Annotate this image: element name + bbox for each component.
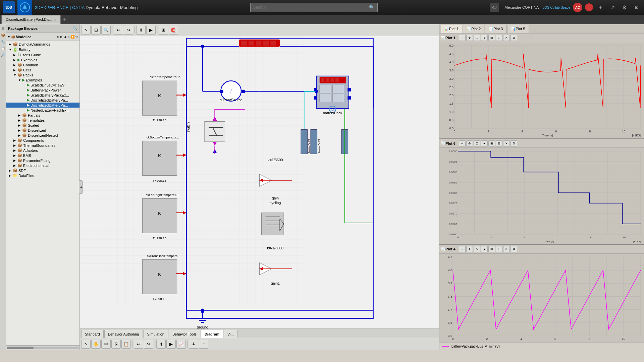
redo-btn[interactable]: ↪ xyxy=(144,340,153,349)
plot1-zoom-btn[interactable]: ↔ xyxy=(459,35,466,41)
tree-item-batterypackpower[interactable]: ▶ BatteryPackPower xyxy=(6,87,79,93)
active-tab[interactable]: DiscretizedBatteryPackDis... ✕ xyxy=(1,15,61,24)
tree-item-datafiles[interactable]: ▶ 📁 DataFiles xyxy=(6,173,79,178)
redo-tool[interactable]: ↪ xyxy=(124,26,133,35)
tree-item-scaledbattery[interactable]: ▶ ScaledBatteryPackEx... xyxy=(6,93,79,98)
tab-behavior-tools[interactable]: Behavior Tools xyxy=(169,330,200,338)
plot-tab-1[interactable]: 📊 Plot 1 xyxy=(441,25,462,33)
pointer-tool[interactable]: ↖ xyxy=(81,26,91,35)
plot6-fit-btn[interactable]: ⊞ xyxy=(488,140,495,146)
plot6-grid-btn[interactable]: ⊟ xyxy=(496,140,502,146)
zoom-fit-tool[interactable]: ⊞ xyxy=(91,26,101,35)
pan-tool[interactable]: ✋ xyxy=(91,340,101,349)
vert-tool-1[interactable]: ⊞ xyxy=(0,25,6,31)
add-btn[interactable]: + xyxy=(596,3,605,12)
search-tree-icon[interactable]: 🔍 xyxy=(73,26,77,31)
plot-tab-2[interactable]: 📊 Plot 2 xyxy=(463,25,484,33)
plot4-grid-btn[interactable]: ⊟ xyxy=(496,246,502,252)
nav-up[interactable]: ▲ xyxy=(64,35,67,39)
nav-forward[interactable]: ► xyxy=(60,35,63,39)
plot-tab-5[interactable]: 📊 Plot 5 xyxy=(507,25,529,33)
var-tool[interactable]: ∂ xyxy=(199,340,208,349)
plot4-zoom-btn[interactable]: ↔ xyxy=(459,246,466,252)
plot4-settings-btn[interactable]: ⚙ xyxy=(511,246,517,252)
plot4-back-btn[interactable]: ◄ xyxy=(481,246,488,252)
zoom-in-tool[interactable]: 🔍 xyxy=(101,26,111,35)
plot6-clear-btn[interactable]: ✕ xyxy=(503,140,510,146)
tree-item-partials[interactable]: ▶ 📦 Partials xyxy=(6,113,79,118)
app-logo[interactable]: 3DS xyxy=(3,1,15,13)
share-icon[interactable]: ↗ xyxy=(608,3,617,12)
plot1-settings-btn[interactable]: ⚙ xyxy=(511,35,517,41)
text-tool[interactable]: A xyxy=(189,340,198,349)
plot1-clear-btn[interactable]: ✕ xyxy=(503,35,510,41)
expand-icon[interactable]: ▼ xyxy=(7,35,10,39)
plot-tab-3[interactable]: 📊 Plot 3 xyxy=(485,25,506,33)
tree-item-discretizednested[interactable]: ▶ 📦 DiscretizedNested xyxy=(6,133,79,138)
tab-standard[interactable]: Standard xyxy=(81,330,104,338)
undo-btn[interactable]: ↩ xyxy=(134,340,143,349)
filter-icon[interactable]: 🔽 xyxy=(70,35,74,39)
tab-simulation[interactable]: Simulation xyxy=(144,330,168,338)
copy-tool[interactable]: ⎘ xyxy=(111,340,121,349)
tree-item-bms[interactable]: ▶ 📦 BMS xyxy=(6,153,79,158)
plot1-grid-btn[interactable]: ⊟ xyxy=(496,35,502,41)
tree-item-templates[interactable]: ▶ 📦 Templates xyxy=(6,118,79,123)
vert-tool-5[interactable]: 🔎 xyxy=(0,52,6,58)
tree-item-cells[interactable]: ▶ 📦 Cells xyxy=(6,67,79,72)
tree-item-discretized1[interactable]: ▶ DiscretizedBatteryPa... xyxy=(6,98,79,103)
tab-vi[interactable]: Vi... xyxy=(224,330,237,338)
nav-back[interactable]: ◄ xyxy=(56,35,59,39)
simulate-tool[interactable]: ▶ xyxy=(146,26,156,35)
grid-tool[interactable]: ⊞ xyxy=(159,26,168,35)
user-avatar[interactable]: AC xyxy=(573,3,582,12)
tree-item-usersguide[interactable]: ▶ ℹ User's Guide xyxy=(6,52,79,57)
settings-icon[interactable]: ⚙ xyxy=(620,3,629,12)
plot1-cursor-btn[interactable]: ✛ xyxy=(466,35,473,41)
vert-tool-3[interactable]: 🔧 xyxy=(0,39,6,44)
plot4-clear-btn[interactable]: ✕ xyxy=(503,246,510,252)
tree-item-common[interactable]: ▶ 📦 Common xyxy=(6,62,79,67)
snap-tool[interactable]: 🧲 xyxy=(169,26,178,35)
cut-tool[interactable]: ✂ xyxy=(101,340,111,349)
search-icon[interactable]: 🔍 xyxy=(369,5,375,10)
tab-diagram[interactable]: Diagram xyxy=(201,330,223,338)
tree-item-adapters[interactable]: ▶ 📦 Adapters xyxy=(6,148,79,153)
plot6-back-btn[interactable]: ◄ xyxy=(481,140,488,146)
plot1-back-btn[interactable]: ◄ xyxy=(481,35,488,41)
tree-item-dymolacommands[interactable]: ▶ 📦 DymolaCommands xyxy=(6,42,79,47)
simulate-btn[interactable]: ▶ xyxy=(166,340,176,349)
sidebar-scrollbar[interactable] xyxy=(6,345,79,350)
tree-item-scaled[interactable]: ▶ 📦 Scaled xyxy=(6,123,79,128)
nav-home[interactable]: ⌂ xyxy=(68,35,70,39)
search-box[interactable]: 🔍 xyxy=(250,3,378,12)
tab-behavior-authoring[interactable]: Behavior Authoring xyxy=(104,330,143,338)
tree-item-components[interactable]: ▶ 📦 Components xyxy=(6,138,79,143)
tree-item-discretized-pkg[interactable]: ▶ 📦 Discretized xyxy=(6,128,79,133)
tree-item-packs-examples[interactable]: ▼ ▶ Examples xyxy=(6,77,79,82)
sidebar-collapse-button[interactable]: ◄ xyxy=(79,180,83,194)
vert-tool-2[interactable]: 📦 xyxy=(0,32,6,38)
tag-icon[interactable]: 🏷 xyxy=(490,3,499,12)
undo-tool[interactable]: ↩ xyxy=(114,26,123,35)
export-tool[interactable]: ⬆ xyxy=(136,26,146,35)
sort-icon[interactable]: ☆ xyxy=(75,35,78,39)
restore-icon[interactable]: ⊠ xyxy=(632,3,641,12)
tab-add-button[interactable]: + xyxy=(61,16,68,23)
notification-badge[interactable]: 1 xyxy=(585,3,593,11)
tree-item-battery[interactable]: ▼ 🔋 Battery xyxy=(6,47,79,52)
tree-item-sdf[interactable]: ▶ 📦 SDF xyxy=(6,168,79,173)
plot6-zoom-btn[interactable]: ↔ xyxy=(459,140,466,146)
plot4-cursor-btn[interactable]: ✛ xyxy=(466,246,473,252)
tree-item-nested[interactable]: ▶ NestedBatteryPackEx... xyxy=(6,108,79,113)
tab-close-icon[interactable]: ✕ xyxy=(54,18,56,21)
tree-item-discretized2[interactable]: ▶ DiscretizedBatteryPa... xyxy=(6,103,79,108)
plot4-fit-btn[interactable]: ⊞ xyxy=(488,246,495,252)
paste-tool[interactable]: 📋 xyxy=(121,340,131,349)
tree-item-examples[interactable]: ▶ ▶ Examples xyxy=(6,57,79,62)
plot1-box-btn[interactable]: ⊡ xyxy=(474,35,480,41)
tree-item-thermalboundaries[interactable]: ▶ 📦 ThermalBoundaries xyxy=(6,143,79,148)
plot-btn[interactable]: 📈 xyxy=(176,340,186,349)
tree-item-packs[interactable]: ▼ 📦 Packs xyxy=(6,72,79,77)
select-tool[interactable]: ↖ xyxy=(81,340,91,349)
